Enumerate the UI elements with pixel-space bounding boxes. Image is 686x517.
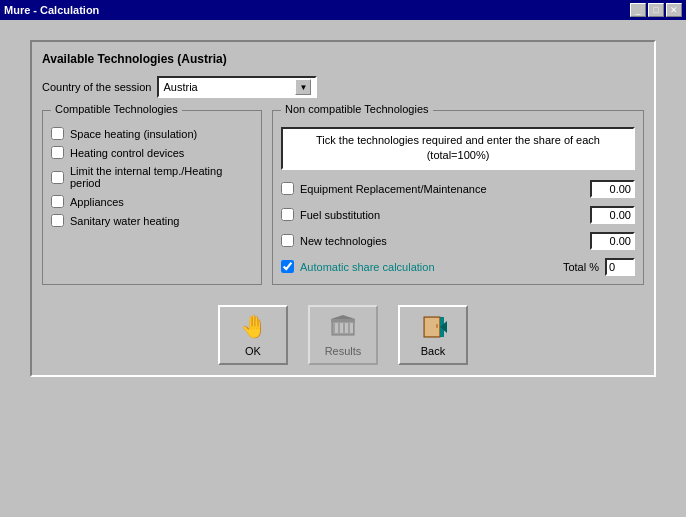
minimize-button[interactable]: _ bbox=[630, 3, 646, 17]
title-bar-text: Mure - Calculation bbox=[4, 4, 99, 16]
compat-item-2: Limit the internal temp./Heating period bbox=[51, 165, 253, 189]
noncompat-value-1[interactable] bbox=[590, 206, 635, 224]
svg-rect-2 bbox=[340, 323, 343, 333]
svg-rect-9 bbox=[436, 324, 438, 328]
non-compatible-group-title: Non compatible Technologies bbox=[281, 103, 433, 115]
compat-label-3: Appliances bbox=[70, 196, 124, 208]
auto-calc-checkbox[interactable] bbox=[281, 260, 294, 273]
non-compatible-group: Non compatible Technologies Tick the tec… bbox=[272, 110, 644, 285]
main-content: Available Technologies (Austria) Country… bbox=[0, 20, 686, 517]
compat-checkbox-4[interactable] bbox=[51, 214, 64, 227]
results-icon bbox=[329, 313, 357, 341]
country-row: Country of the session Austria ▼ bbox=[42, 76, 644, 98]
compat-checkbox-1[interactable] bbox=[51, 146, 64, 159]
noncompat-label-1: Fuel substitution bbox=[300, 209, 584, 221]
auto-calc-row: Automatic share calculation Total % bbox=[281, 258, 635, 276]
compat-checkbox-2[interactable] bbox=[51, 171, 64, 184]
back-icon bbox=[419, 313, 447, 341]
compat-item-4: Sanitary water heating bbox=[51, 214, 253, 227]
noncompat-label-0: Equipment Replacement/Maintenance bbox=[300, 183, 584, 195]
compat-item-0: Space heating (insulation) bbox=[51, 127, 253, 140]
compat-item-3: Appliances bbox=[51, 195, 253, 208]
compat-checkbox-3[interactable] bbox=[51, 195, 64, 208]
country-value: Austria bbox=[163, 81, 197, 93]
maximize-button[interactable]: □ bbox=[648, 3, 664, 17]
title-bar: Mure - Calculation _ □ ✕ bbox=[0, 0, 686, 20]
noncompat-item-0: Equipment Replacement/Maintenance bbox=[281, 180, 635, 198]
back-button[interactable]: Back bbox=[398, 305, 468, 365]
noncompat-instructions: Tick the technologies required and enter… bbox=[281, 127, 635, 170]
main-panel: Available Technologies (Austria) Country… bbox=[30, 40, 656, 377]
total-value-input[interactable] bbox=[605, 258, 635, 276]
panel-title: Available Technologies (Austria) bbox=[42, 52, 644, 66]
noncompat-checkbox-0[interactable] bbox=[281, 182, 294, 195]
results-label: Results bbox=[325, 345, 362, 357]
two-col: Compatible Technologies Space heating (i… bbox=[42, 110, 644, 285]
buttons-row: 🤚 OK Results bbox=[42, 305, 644, 365]
compat-label-1: Heating control devices bbox=[70, 147, 184, 159]
compat-item-1: Heating control devices bbox=[51, 146, 253, 159]
svg-rect-3 bbox=[345, 323, 348, 333]
noncompat-label-2: New technologies bbox=[300, 235, 584, 247]
title-bar-buttons: _ □ ✕ bbox=[630, 3, 682, 17]
auto-calc-label: Automatic share calculation bbox=[300, 261, 435, 273]
close-button[interactable]: ✕ bbox=[666, 3, 682, 17]
svg-rect-4 bbox=[350, 323, 353, 333]
ok-icon: 🤚 bbox=[239, 313, 267, 341]
noncompat-item-2: New technologies bbox=[281, 232, 635, 250]
back-label: Back bbox=[421, 345, 445, 357]
country-label: Country of the session bbox=[42, 81, 151, 93]
compatible-group-title: Compatible Technologies bbox=[51, 103, 182, 115]
noncompat-value-0[interactable] bbox=[590, 180, 635, 198]
compat-checkbox-0[interactable] bbox=[51, 127, 64, 140]
svg-marker-6 bbox=[331, 315, 355, 319]
select-arrow-icon: ▼ bbox=[295, 79, 311, 95]
ok-button[interactable]: 🤚 OK bbox=[218, 305, 288, 365]
compat-label-2: Limit the internal temp./Heating period bbox=[70, 165, 253, 189]
noncompat-item-1: Fuel substitution bbox=[281, 206, 635, 224]
noncompat-value-2[interactable] bbox=[590, 232, 635, 250]
compatible-group: Compatible Technologies Space heating (i… bbox=[42, 110, 262, 285]
total-label: Total % bbox=[563, 261, 599, 273]
ok-label: OK bbox=[245, 345, 261, 357]
country-select[interactable]: Austria ▼ bbox=[157, 76, 317, 98]
noncompat-checkbox-2[interactable] bbox=[281, 234, 294, 247]
svg-rect-5 bbox=[331, 319, 355, 322]
compat-label-4: Sanitary water heating bbox=[70, 215, 179, 227]
results-button[interactable]: Results bbox=[308, 305, 378, 365]
svg-rect-1 bbox=[335, 323, 338, 333]
compat-label-0: Space heating (insulation) bbox=[70, 128, 197, 140]
noncompat-checkbox-1[interactable] bbox=[281, 208, 294, 221]
